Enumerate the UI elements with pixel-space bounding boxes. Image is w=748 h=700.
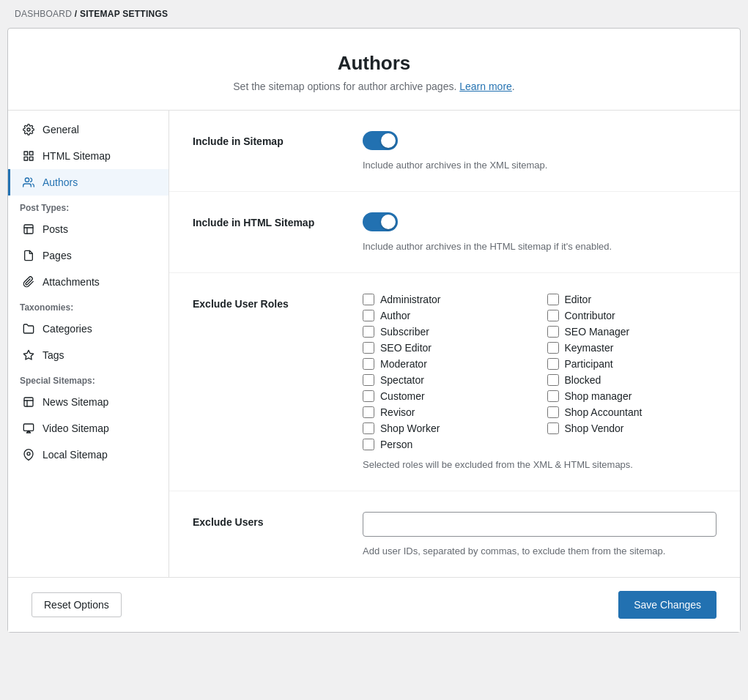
role-checkbox-participant[interactable]: Participant — [547, 358, 717, 370]
breadcrumb-current: SITEMAP SETTINGS — [80, 9, 168, 19]
sidebar-item-categories[interactable]: Categories — [8, 316, 169, 342]
sidebar-tags-label: Tags — [42, 349, 64, 361]
exclude-users-description: Add user IDs, separated by commas, to ex… — [363, 546, 716, 556]
svg-rect-10 — [24, 398, 33, 406]
authors-icon — [22, 176, 35, 189]
local-sitemap-icon — [22, 448, 35, 461]
post-types-section-label: Post Types: — [8, 196, 169, 216]
learn-more-link[interactable]: Learn more — [459, 81, 512, 92]
include-in-html-row: Include in HTML Sitemap Include author a… — [169, 192, 740, 273]
include-in-html-description: Include author archives in the HTML site… — [363, 241, 716, 252]
breadcrumb-separator: / — [75, 9, 80, 19]
svg-rect-13 — [23, 424, 33, 431]
taxonomies-section-label: Taxonomies: — [8, 295, 169, 316]
svg-rect-6 — [24, 225, 33, 234]
role-checkbox-spectator[interactable]: Spectator — [363, 374, 533, 386]
video-sitemap-icon — [22, 422, 35, 435]
gear-icon — [22, 123, 35, 136]
role-checkbox-person[interactable]: Person — [363, 439, 716, 450]
include-in-html-toggle[interactable] — [363, 212, 398, 231]
sidebar-general-label: General — [42, 124, 79, 135]
exclude-users-control: Add user IDs, separated by commas, to ex… — [363, 512, 716, 556]
sidebar-posts-label: Posts — [42, 223, 68, 235]
special-sitemaps-section-label: Special Sitemaps: — [8, 368, 169, 389]
exclude-users-label: Exclude Users — [193, 512, 339, 528]
role-checkbox-customer[interactable]: Customer — [363, 390, 533, 402]
sidebar-item-tags[interactable]: Tags — [8, 342, 169, 368]
categories-icon — [22, 322, 35, 335]
sidebar-item-general[interactable]: General — [8, 116, 169, 143]
sidebar-news-sitemap-label: News Sitemap — [42, 396, 108, 408]
news-sitemap-icon — [22, 395, 35, 409]
footer-bar: Reset Options Save Changes — [8, 577, 740, 632]
svg-rect-2 — [29, 152, 33, 155]
page-header: Authors Set the sitemap options for auth… — [8, 29, 740, 111]
sidebar-video-sitemap-label: Video Sitemap — [42, 422, 109, 434]
role-checkbox-revisor[interactable]: Revisor — [363, 406, 533, 418]
role-checkbox-contributor[interactable]: Contributor — [547, 310, 717, 321]
exclude-users-row: Exclude Users Add user IDs, separated by… — [169, 491, 740, 577]
main-layout: General HTML Sitemap — [8, 111, 740, 577]
tags-icon — [22, 349, 35, 362]
exclude-user-roles-description: Selected roles will be excluded from the… — [363, 459, 716, 470]
svg-rect-1 — [24, 152, 28, 155]
role-checkbox-moderator[interactable]: Moderator — [363, 358, 533, 370]
sidebar-item-video-sitemap[interactable]: Video Sitemap — [8, 415, 169, 442]
sidebar-categories-label: Categories — [42, 323, 92, 335]
sidebar-html-sitemap-label: HTML Sitemap — [42, 150, 111, 162]
sidebar-local-sitemap-label: Local Sitemap — [42, 449, 108, 461]
svg-point-0 — [27, 128, 30, 131]
main-container: Authors Set the sitemap options for auth… — [7, 28, 741, 633]
role-checkbox-blocked[interactable]: Blocked — [547, 374, 717, 386]
sidebar-authors-label: Authors — [42, 176, 78, 188]
role-checkbox-shop-accountant[interactable]: Shop Accountant — [547, 406, 717, 418]
exclude-user-roles-label: Exclude User Roles — [193, 294, 339, 310]
include-in-sitemap-toggle-wrapper — [363, 131, 716, 152]
reset-button[interactable]: Reset Options — [32, 592, 122, 617]
include-in-html-toggle-wrapper — [363, 212, 716, 234]
role-checkbox-administrator[interactable]: Administrator — [363, 294, 533, 305]
save-button[interactable]: Save Changes — [618, 591, 716, 619]
sidebar-item-posts[interactable]: Posts — [8, 216, 169, 242]
html-sitemap-icon — [22, 149, 35, 163]
content-area: Include in Sitemap Include author archiv… — [169, 111, 740, 577]
sidebar-item-pages[interactable]: Pages — [8, 242, 169, 269]
posts-icon — [22, 223, 35, 236]
include-in-html-label: Include in HTML Sitemap — [193, 212, 339, 228]
include-in-sitemap-control: Include author archives in the XML sitem… — [363, 131, 716, 171]
include-in-sitemap-label: Include in Sitemap — [193, 131, 339, 147]
svg-point-5 — [25, 178, 29, 182]
svg-rect-3 — [24, 157, 28, 160]
include-in-sitemap-toggle[interactable] — [363, 131, 398, 150]
role-checkbox-editor[interactable]: Editor — [547, 294, 717, 305]
role-checkbox-keymaster[interactable]: Keymaster — [547, 342, 717, 354]
role-checkbox-shop-manager[interactable]: Shop manager — [547, 390, 717, 402]
page-description: Set the sitemap options for author archi… — [23, 81, 725, 92]
exclude-user-roles-control: Administrator Editor Author Contributor … — [363, 294, 716, 470]
attachments-icon — [22, 275, 35, 288]
sidebar-pages-label: Pages — [42, 250, 72, 261]
sidebar-item-local-sitemap[interactable]: Local Sitemap — [8, 442, 169, 468]
dashboard-link[interactable]: DASHBOARD — [15, 9, 72, 19]
exclude-user-roles-row: Exclude User Roles Administrator Editor … — [169, 273, 740, 491]
role-checkbox-shop-worker[interactable]: Shop Worker — [363, 422, 533, 434]
include-in-sitemap-description: Include author archives in the XML sitem… — [363, 160, 716, 171]
role-checkbox-author[interactable]: Author — [363, 310, 533, 321]
exclude-users-input[interactable] — [363, 512, 716, 537]
sidebar-item-news-sitemap[interactable]: News Sitemap — [8, 389, 169, 415]
role-checkbox-shop-vendor[interactable]: Shop Vendor — [547, 422, 717, 434]
breadcrumb: DASHBOARD / SITEMAP SETTINGS — [0, 0, 748, 28]
user-roles-grid: Administrator Editor Author Contributor … — [363, 294, 716, 450]
page-title: Authors — [23, 52, 725, 75]
sidebar-item-html-sitemap[interactable]: HTML Sitemap — [8, 143, 169, 169]
include-in-html-control: Include author archives in the HTML site… — [363, 212, 716, 252]
role-checkbox-subscriber[interactable]: Subscriber — [363, 326, 533, 338]
sidebar: General HTML Sitemap — [8, 111, 169, 577]
sidebar-item-authors[interactable]: Authors — [8, 169, 169, 196]
pages-icon — [22, 249, 35, 262]
svg-rect-4 — [29, 157, 33, 160]
role-checkbox-seo-manager[interactable]: SEO Manager — [547, 326, 717, 338]
sidebar-item-attachments[interactable]: Attachments — [8, 269, 169, 295]
svg-point-15 — [27, 453, 30, 455]
role-checkbox-seo-editor[interactable]: SEO Editor — [363, 342, 533, 354]
